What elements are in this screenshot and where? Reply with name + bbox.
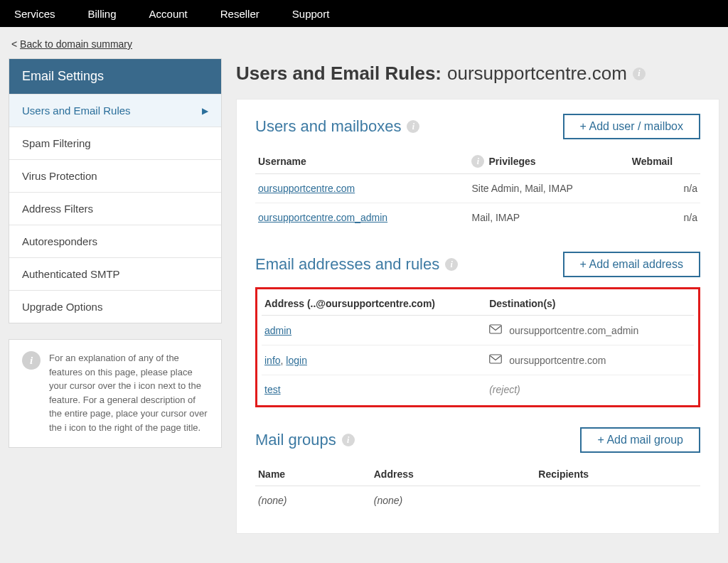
user-link[interactable]: oursupportcentre.com_admin xyxy=(258,212,387,223)
sidebar-header: Email Settings xyxy=(9,59,221,94)
sidebar-item-label: Autoresponders xyxy=(22,235,97,247)
page-domain: oursupportcentre.com xyxy=(447,63,627,85)
address-link[interactable]: login xyxy=(286,355,307,366)
main-panel: Users and mailboxes i + Add user / mailb… xyxy=(236,99,719,534)
page-title: Users and Email Rules: oursupportcentre.… xyxy=(236,63,719,85)
sidebar-info-text: For an explanation of any of the feature… xyxy=(49,351,208,434)
sidebar-item-label: Spam Filtering xyxy=(22,137,91,149)
section-title-users: Users and mailboxes xyxy=(255,117,401,136)
table-row: oursupportcentre.com_admin Mail, IMAP n/… xyxy=(255,203,700,232)
user-webmail: n/a xyxy=(629,203,700,232)
col-address: Address (..@oursupportcentre.com) xyxy=(262,289,486,316)
user-link[interactable]: oursupportcentre.com xyxy=(258,183,355,194)
section-mail-groups: Mail groups i + Add mail group Name Addr… xyxy=(255,427,700,515)
info-icon: i xyxy=(22,351,41,370)
destination-label: (reject) xyxy=(489,384,520,395)
nav-account[interactable]: Account xyxy=(149,8,188,20)
info-icon[interactable]: i xyxy=(633,68,646,80)
none-label: (none) xyxy=(371,486,536,515)
destination-label: oursupportcentre.com_admin xyxy=(509,325,638,336)
add-mail-group-button[interactable]: + Add mail group xyxy=(580,427,700,453)
col-address: Address xyxy=(371,463,536,486)
sidebar-info-box: i For an explanation of any of the featu… xyxy=(9,339,222,448)
groups-table: Name Address Recipients (none) (none) (n… xyxy=(255,463,700,515)
nav-reseller[interactable]: Reseller xyxy=(220,8,259,20)
sidebar-item-label: Upgrade Options xyxy=(22,301,102,313)
envelope-icon xyxy=(489,354,502,366)
user-privileges: Mail, IMAP xyxy=(469,203,628,232)
sidebar-item-label: Authenticated SMTP xyxy=(22,268,120,280)
sidebar-item-upgrade-options[interactable]: Upgrade Options xyxy=(9,290,221,323)
nav-services[interactable]: Services xyxy=(14,8,55,20)
col-username: Username xyxy=(255,149,469,174)
none-label: (none) xyxy=(255,486,371,515)
section-title-groups: Mail groups xyxy=(255,431,336,449)
user-webmail: n/a xyxy=(629,174,700,203)
info-icon[interactable]: i xyxy=(407,120,419,133)
users-table: Username iPrivileges Webmail oursupportc… xyxy=(255,149,700,232)
envelope-icon xyxy=(489,324,502,336)
breadcrumb: < Back to domain summary xyxy=(9,38,719,50)
info-icon[interactable]: i xyxy=(471,155,484,168)
chevron-right-icon: ▶ xyxy=(202,106,208,116)
none-label: (none) xyxy=(535,486,700,515)
top-nav: Services Billing Account Reseller Suppor… xyxy=(0,0,728,27)
section-addresses: Email addresses and rules i + Add email … xyxy=(255,252,700,407)
table-row: (none) (none) (none) xyxy=(255,486,700,515)
table-row: oursupportcentre.com Site Admin, Mail, I… xyxy=(255,174,700,203)
highlighted-addresses: Address (..@oursupportcentre.com) Destin… xyxy=(255,287,700,407)
add-email-address-button[interactable]: + Add email address xyxy=(563,252,700,277)
table-row: admin oursupportcentre.com_admin xyxy=(262,316,694,345)
user-privileges: Site Admin, Mail, IMAP xyxy=(469,174,628,203)
sidebar-item-label: Address Filters xyxy=(22,203,93,215)
svg-rect-0 xyxy=(490,325,502,333)
address-link[interactable]: admin xyxy=(264,325,291,336)
nav-billing[interactable]: Billing xyxy=(88,8,117,20)
info-icon[interactable]: i xyxy=(342,434,355,446)
section-title-addresses: Email addresses and rules xyxy=(255,255,439,274)
table-row: info, login oursupportcentre.com xyxy=(262,345,694,375)
destination-label: oursupportcentre.com xyxy=(509,355,606,366)
sidebar-item-spam-filtering[interactable]: Spam Filtering xyxy=(9,127,221,159)
col-name: Name xyxy=(255,463,371,486)
sidebar-item-autoresponders[interactable]: Autoresponders xyxy=(9,225,221,257)
svg-rect-1 xyxy=(490,355,502,363)
sidebar-item-label: Users and Email Rules xyxy=(22,104,131,117)
col-privileges: iPrivileges xyxy=(469,149,628,174)
info-icon[interactable]: i xyxy=(445,258,458,271)
col-recipients: Recipients xyxy=(535,463,700,486)
table-row: test (reject) xyxy=(262,375,694,404)
section-users: Users and mailboxes i + Add user / mailb… xyxy=(255,114,700,232)
sidebar: Email Settings Users and Email Rules ▶ S… xyxy=(9,58,222,323)
sidebar-item-users-and-email-rules[interactable]: Users and Email Rules ▶ xyxy=(9,94,221,127)
address-link[interactable]: info xyxy=(264,355,281,366)
add-user-button[interactable]: + Add user / mailbox xyxy=(563,114,700,139)
addresses-table: Address (..@oursupportcentre.com) Destin… xyxy=(262,289,694,404)
sidebar-item-label: Virus Protection xyxy=(22,170,97,182)
sidebar-item-address-filters[interactable]: Address Filters xyxy=(9,192,221,225)
back-link[interactable]: Back to domain summary xyxy=(20,38,132,50)
sidebar-item-virus-protection[interactable]: Virus Protection xyxy=(9,159,221,192)
address-link[interactable]: test xyxy=(264,384,281,395)
col-webmail: Webmail xyxy=(629,149,700,174)
col-destination: Destination(s) xyxy=(486,289,694,316)
sidebar-item-authenticated-smtp[interactable]: Authenticated SMTP xyxy=(9,257,221,290)
nav-support[interactable]: Support xyxy=(292,8,330,20)
